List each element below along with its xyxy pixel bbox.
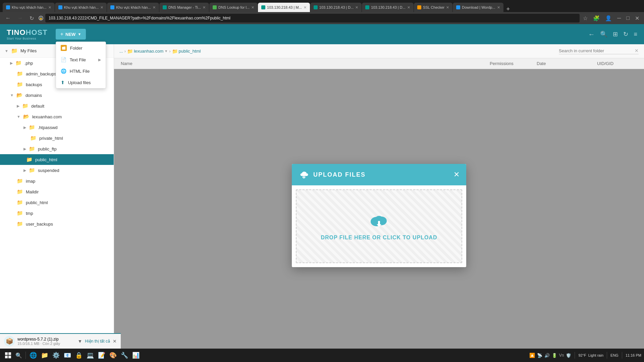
sidebar-item-suspended[interactable]: ▶ 📁 suspended [0, 165, 114, 176]
new-tab-button[interactable]: + [504, 6, 513, 12]
taskbar-app1-icon[interactable]: ⚙️ [51, 350, 61, 361]
sidebar-item-maildir[interactable]: 📁 Maildir [0, 186, 114, 197]
search-input[interactable] [559, 48, 633, 53]
tab-3-close[interactable]: ✕ [153, 5, 156, 10]
taskbar-app2-icon[interactable]: 📧 [62, 350, 73, 361]
header-search-icon[interactable]: 🔍 [600, 31, 607, 38]
tray-icon-3: 🔊 [544, 353, 550, 358]
tab-5-close[interactable]: ✕ [251, 5, 254, 10]
tab-8-label: 103.130.218.43 | D... [371, 5, 406, 9]
header-menu-icon[interactable]: ≡ [634, 31, 637, 38]
htpasswd-folder-icon: 📁 [29, 124, 35, 130]
header-refresh-icon[interactable]: ↻ [623, 31, 628, 38]
dropdown-item-folder[interactable]: Folder [56, 42, 106, 54]
sidebar-item-public-html[interactable]: 📁 public_html [0, 154, 114, 165]
sidebar-susp-label: suspended [38, 168, 59, 173]
tab-10-close[interactable]: ✕ [497, 5, 500, 10]
breadcrumb-dots[interactable]: ... [119, 49, 123, 54]
taskbar-start-icon[interactable] [3, 350, 13, 361]
tab-8-close[interactable]: ✕ [407, 5, 410, 10]
close-browser-button[interactable]: ✕ [633, 14, 641, 22]
taskbar-app5-icon[interactable]: 📝 [96, 350, 107, 361]
tab-3[interactable]: Khu vực khách hàn... ✕ [107, 3, 159, 12]
tray-icon-5: Vn [559, 353, 564, 358]
tab-9[interactable]: SSL Checker ✕ [414, 3, 452, 12]
taskbar-app8-icon[interactable]: 📊 [130, 350, 141, 361]
dropdown-item-upload[interactable]: ⬆ Upload files [56, 77, 106, 88]
dialog-body: DROP FILE HERE OR CLICK TO UPLOAD [292, 185, 466, 267]
tab-6-label: 103.130.218.43 | M... [267, 5, 302, 9]
new-button-label: NEW [65, 32, 75, 37]
default-folder-icon: 📁 [22, 103, 29, 109]
sidebar-item-imap[interactable]: 📁 imap [0, 176, 114, 186]
tab-5[interactable]: DNS Lookup for l... ✕ [209, 3, 258, 12]
sidebar-item-public-ftp[interactable]: ▶ 📁 public_ftp [0, 143, 114, 154]
maximize-button[interactable]: □ [624, 14, 632, 22]
tab-8[interactable]: 103.130.218.43 | D... ✕ [362, 3, 414, 12]
minimize-button[interactable]: ─ [615, 14, 623, 22]
tab-4-label: DNS Manager - Ti... [168, 5, 201, 9]
pubhtml2-folder-icon: 📁 [17, 199, 23, 205]
tab-10-label: Download | Wordp... [462, 5, 495, 9]
tab-3-label: Khu vực khách hàn... [116, 5, 151, 10]
forward-button[interactable]: → [15, 14, 25, 22]
taskbar-app3-icon[interactable]: 🔒 [73, 350, 84, 361]
lock-icon: 🔒 [39, 17, 43, 20]
bookmark-button[interactable]: ☆ [581, 14, 590, 22]
tab-2-label: Khu vực khách hàn... [64, 5, 99, 10]
header-grid-icon[interactable]: ⊞ [613, 31, 618, 38]
breadcrumb-sep-2: › [169, 49, 170, 54]
tray-sep-3 [622, 352, 622, 359]
tab-6-active[interactable]: 103.130.218.43 | M... ✕ [258, 3, 310, 12]
download-minimize-btn[interactable]: ▼ [77, 339, 82, 344]
tab-2[interactable]: Khu vực khách hàn... ✕ [55, 3, 107, 12]
dropdown-item-htmlfile[interactable]: 🌐 HTML File [56, 65, 106, 77]
myfiles-folder-icon: 📁 [11, 48, 18, 54]
search-close-icon[interactable]: ✕ [635, 48, 639, 53]
sidebar-item-htpasswd[interactable]: ▶ 📁 .htpasswd [0, 122, 114, 133]
reload-button[interactable]: ↻ [27, 14, 37, 22]
taskbar-browser-icon[interactable]: 🌐 [28, 350, 39, 361]
dropdown-item-textfile[interactable]: 📄 Text File ▶ [56, 54, 106, 65]
tab-2-close[interactable]: ✕ [100, 5, 103, 10]
tab-4-close[interactable]: ✕ [203, 5, 206, 10]
dialog-close-button[interactable]: ✕ [453, 171, 460, 178]
tab-10[interactable]: Download | Wordp... ✕ [453, 3, 503, 12]
taskbar-app6-icon[interactable]: 🎨 [108, 350, 118, 361]
profile-button[interactable]: 👤 [603, 14, 614, 22]
taskbar-app4-icon[interactable]: 💻 [85, 350, 96, 361]
sidebar-item-tmp[interactable]: 📁 tmp [0, 208, 114, 219]
sidebar-item-user-backups[interactable]: 📁 user_backups [0, 219, 114, 229]
sidebar-item-domains[interactable]: ▼ 📂 domains [0, 90, 114, 101]
taskbar-explorer-icon[interactable]: 📁 [39, 350, 50, 361]
sidebar-item-private-html[interactable]: 📁 private_html [0, 133, 114, 143]
tab-1[interactable]: Khu vực khách hàn... ✕ [3, 3, 55, 12]
download-show-all-btn[interactable]: Hiện thị tất cả [85, 339, 110, 344]
tab-4[interactable]: DNS Manager - Ti... ✕ [159, 3, 209, 12]
extensions-button[interactable]: 🧩 [591, 14, 602, 22]
header-back-icon[interactable]: ← [588, 31, 595, 38]
svg-rect-7 [8, 352, 11, 355]
breadcrumb-lexuanhao[interactable]: 📁 lexuanhao.com ▼ [127, 49, 168, 54]
drop-zone[interactable]: DROP FILE HERE OR CLICK TO UPLOAD [296, 189, 462, 263]
sidebar-item-lexuanhao[interactable]: ▼ 📂 lexuanhao.com [0, 111, 114, 122]
taskbar-app7-icon[interactable]: 🔧 [119, 350, 130, 361]
new-button-container: + NEW ▼ Folder 📄 Text File ▶ 🌐 [56, 29, 86, 40]
sidebar-item-public-html-root[interactable]: 📁 public_html [0, 197, 114, 208]
temperature-display: 92°F [578, 353, 586, 357]
breadcrumb-public-html[interactable]: 📁 public_html [172, 49, 201, 54]
domains-folder-icon: 📂 [16, 92, 23, 98]
new-button[interactable]: + NEW ▼ [56, 29, 86, 40]
drop-zone-text: DROP FILE HERE OR CLICK TO UPLOAD [321, 235, 437, 241]
tab-7-close[interactable]: ✕ [355, 5, 358, 10]
tab-1-close[interactable]: ✕ [48, 5, 51, 10]
tab-6-close[interactable]: ✕ [304, 5, 307, 10]
taskbar-search-icon[interactable]: 🔍 [14, 351, 23, 360]
tab-7[interactable]: 103.130.218.43 | D... ✕ [310, 3, 362, 12]
expand-htpasswd-icon: ▶ [23, 125, 26, 130]
download-close-btn[interactable]: ✕ [113, 339, 117, 344]
sidebar-item-default[interactable]: ▶ 📁 default [0, 101, 114, 111]
tab-9-close[interactable]: ✕ [446, 5, 449, 10]
url-input[interactable] [45, 14, 580, 22]
back-button[interactable]: ← [3, 14, 13, 22]
